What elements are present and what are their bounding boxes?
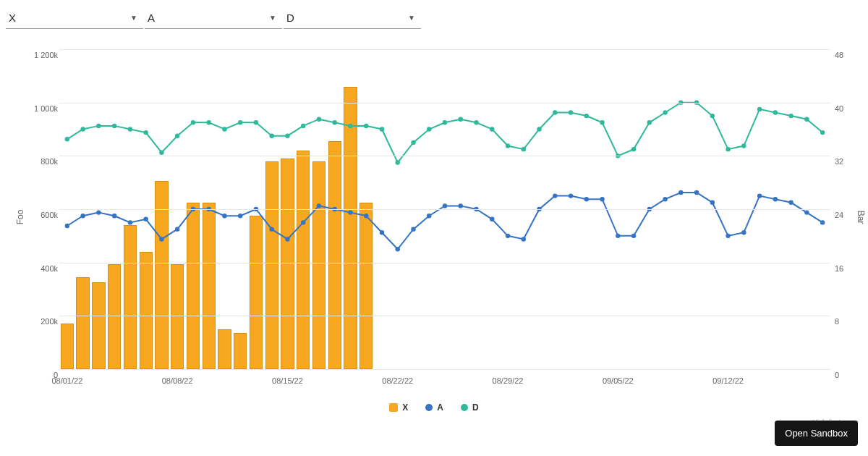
- open-sandbox-button[interactable]: Open Sandbox: [775, 421, 858, 446]
- data-point[interactable]: [159, 151, 163, 155]
- data-point[interactable]: [600, 120, 604, 124]
- chart: Foo Bar 00200k8400k16600k24800k321 000k4…: [7, 43, 861, 391]
- data-point[interactable]: [269, 227, 273, 231]
- data-point[interactable]: [726, 234, 730, 238]
- data-point[interactable]: [804, 117, 809, 121]
- data-point[interactable]: [364, 214, 368, 218]
- data-point[interactable]: [427, 214, 431, 218]
- data-point[interactable]: [269, 134, 273, 138]
- data-point[interactable]: [254, 120, 258, 124]
- data-point[interactable]: [238, 120, 242, 124]
- data-point[interactable]: [757, 193, 762, 198]
- data-point[interactable]: [317, 203, 321, 208]
- gridline: [59, 209, 830, 210]
- data-point[interactable]: [411, 140, 415, 145]
- data-point[interactable]: [694, 190, 699, 195]
- data-point[interactable]: [112, 124, 116, 128]
- data-point[interactable]: [569, 193, 573, 198]
- data-point[interactable]: [159, 237, 163, 241]
- data-point[interactable]: [757, 107, 762, 111]
- filter-d[interactable]: D ▼: [284, 7, 421, 29]
- data-point[interactable]: [820, 130, 825, 135]
- data-point[interactable]: [820, 220, 825, 224]
- data-point[interactable]: [584, 197, 589, 201]
- data-point[interactable]: [553, 110, 557, 114]
- legend-item-x[interactable]: X: [389, 402, 408, 413]
- data-point[interactable]: [788, 200, 793, 205]
- y-left-tick: 800k: [33, 157, 58, 166]
- data-point[interactable]: [128, 127, 132, 131]
- data-point[interactable]: [710, 200, 715, 205]
- data-point[interactable]: [80, 214, 85, 218]
- data-point[interactable]: [348, 124, 352, 128]
- data-point[interactable]: [96, 124, 101, 128]
- data-point[interactable]: [474, 120, 478, 124]
- data-point[interactable]: [569, 110, 573, 114]
- data-point[interactable]: [128, 220, 132, 224]
- data-point[interactable]: [741, 143, 746, 148]
- data-point[interactable]: [222, 127, 226, 131]
- data-point[interactable]: [726, 147, 730, 151]
- data-point[interactable]: [443, 203, 447, 208]
- data-point[interactable]: [175, 227, 179, 231]
- data-point[interactable]: [522, 237, 526, 241]
- data-point[interactable]: [647, 120, 652, 124]
- data-point[interactable]: [631, 234, 636, 238]
- filter-label: D: [286, 12, 294, 24]
- data-point[interactable]: [804, 210, 809, 214]
- data-point[interactable]: [96, 210, 101, 214]
- data-point[interactable]: [396, 160, 400, 164]
- data-point[interactable]: [333, 120, 337, 124]
- data-point[interactable]: [631, 147, 636, 151]
- data-point[interactable]: [348, 210, 352, 214]
- data-point[interactable]: [427, 127, 431, 131]
- data-point[interactable]: [112, 214, 116, 218]
- data-point[interactable]: [206, 120, 210, 124]
- data-point[interactable]: [301, 124, 305, 128]
- data-point[interactable]: [191, 120, 195, 124]
- data-point[interactable]: [788, 114, 793, 118]
- data-point[interactable]: [490, 217, 494, 221]
- legend-item-d[interactable]: D: [461, 402, 479, 413]
- data-point[interactable]: [663, 110, 667, 114]
- data-point[interactable]: [741, 230, 746, 235]
- data-point[interactable]: [773, 197, 778, 201]
- data-point[interactable]: [396, 247, 400, 251]
- filter-x[interactable]: X ▼: [6, 7, 143, 29]
- data-point[interactable]: [616, 234, 620, 238]
- data-point[interactable]: [490, 127, 494, 131]
- data-point[interactable]: [584, 114, 589, 118]
- data-point[interactable]: [380, 230, 384, 235]
- legend-item-a[interactable]: A: [425, 402, 443, 413]
- data-point[interactable]: [443, 120, 447, 124]
- data-point[interactable]: [222, 214, 226, 218]
- data-point[interactable]: [600, 197, 604, 201]
- data-point[interactable]: [459, 117, 463, 121]
- data-point[interactable]: [364, 124, 368, 128]
- data-point[interactable]: [506, 143, 510, 148]
- data-point[interactable]: [663, 197, 667, 201]
- data-point[interactable]: [65, 224, 69, 228]
- data-point[interactable]: [175, 134, 179, 138]
- data-point[interactable]: [710, 114, 715, 118]
- data-point[interactable]: [537, 127, 541, 131]
- data-point[interactable]: [522, 147, 526, 151]
- data-point[interactable]: [143, 130, 148, 135]
- data-point[interactable]: [459, 203, 463, 208]
- data-point[interactable]: [301, 220, 305, 224]
- data-point[interactable]: [285, 237, 289, 241]
- filter-a[interactable]: A ▼: [145, 7, 282, 29]
- data-point[interactable]: [411, 227, 415, 231]
- data-point[interactable]: [238, 214, 242, 218]
- data-point[interactable]: [506, 234, 510, 238]
- data-point[interactable]: [317, 117, 321, 121]
- data-point[interactable]: [773, 110, 778, 114]
- data-point[interactable]: [285, 134, 289, 138]
- y-right-tick: 48: [835, 51, 856, 59]
- data-point[interactable]: [143, 217, 148, 221]
- data-point[interactable]: [80, 127, 85, 131]
- data-point[interactable]: [65, 137, 69, 141]
- data-point[interactable]: [678, 190, 683, 195]
- data-point[interactable]: [553, 193, 557, 198]
- data-point[interactable]: [380, 127, 384, 131]
